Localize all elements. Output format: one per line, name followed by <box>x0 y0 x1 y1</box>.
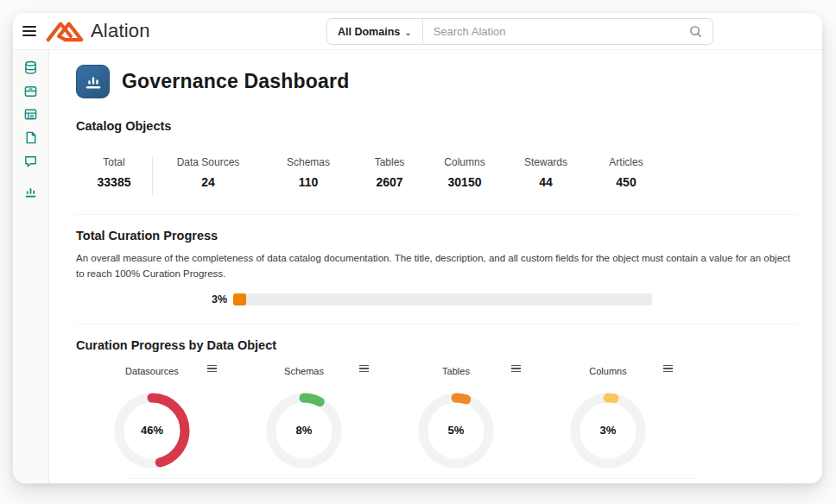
donut-percent: 46% <box>112 391 192 470</box>
curation-donut-charts: Datasources 46% Schemas <box>76 364 798 470</box>
donut-datasources: Datasources 46% <box>76 364 228 470</box>
donut-schemas: Schemas 8% <box>228 364 380 470</box>
donut-tables: Tables 5% <box>380 364 532 470</box>
progress-track <box>233 293 652 306</box>
donut-title: Schemas <box>284 366 324 376</box>
donut-title: Datasources <box>125 366 179 376</box>
donut-columns: Columns 3% <box>532 364 684 470</box>
donut-title: Tables <box>442 366 470 376</box>
domain-filter-dropdown[interactable]: All Domains ⌄ <box>327 19 423 44</box>
sidebar-item-data database-icon[interactable] <box>20 58 42 77</box>
alation-logo-icon <box>46 20 84 43</box>
brand-name: Alation <box>91 20 150 42</box>
progress-fill <box>233 293 246 306</box>
search-input[interactable] <box>423 25 679 38</box>
sidebar-item-tables table-grid-icon[interactable] <box>20 104 42 123</box>
dashboard-icon <box>76 65 110 98</box>
sidebar-item-documents document-icon[interactable] <box>20 128 42 147</box>
curation-by-object-title: Curation Progress by Data Object <box>76 338 798 352</box>
search-icon[interactable] <box>679 25 712 38</box>
section-divider <box>76 324 798 324</box>
chart-menu-icon[interactable] <box>511 365 521 373</box>
sidebar-item-sources data-source-icon[interactable] <box>20 81 42 100</box>
bottom-divider <box>128 478 698 479</box>
stat-stewards: Stewards 44 <box>504 156 588 189</box>
section-divider <box>76 214 798 215</box>
donut-percent: 3% <box>568 391 648 470</box>
stat-data-sources: Data Sources 24 <box>153 156 263 189</box>
curation-progress-description: An overall measure of the completeness o… <box>76 251 798 282</box>
total-curation-progress-title: Total Curation Progress <box>76 229 798 243</box>
progress-percent-label: 3% <box>212 293 227 306</box>
chart-menu-icon[interactable] <box>359 365 369 373</box>
stat-schemas: Schemas 110 <box>263 156 353 189</box>
top-bar: Alation All Domains ⌄ <box>13 13 822 50</box>
sidebar-item-dashboards bar-chart-icon[interactable] <box>20 182 42 201</box>
global-search: All Domains ⌄ <box>326 18 713 45</box>
stat-columns: Columns 30150 <box>426 156 504 189</box>
chart-menu-icon[interactable] <box>207 365 217 373</box>
sidebar-item-conversations chat-icon[interactable] <box>20 151 42 170</box>
page-header: Governance Dashboard <box>76 65 798 98</box>
main-content: Governance Dashboard Catalog Objects Tot… <box>49 50 822 482</box>
page-title: Governance Dashboard <box>122 70 349 93</box>
app-window: Alation All Domains ⌄ <box>13 13 822 483</box>
left-sidebar <box>13 50 49 482</box>
stat-tables: Tables 2607 <box>353 156 426 189</box>
chart-menu-icon[interactable] <box>663 365 673 373</box>
stat-total: Total 33385 <box>76 156 152 189</box>
donut-percent: 8% <box>264 391 344 470</box>
catalog-objects-title: Catalog Objects <box>76 119 798 133</box>
catalog-objects-stats: Total 33385 Data Sources 24 Schemas 110 … <box>76 156 798 196</box>
stat-articles: Articles 450 <box>588 156 664 189</box>
menu-icon[interactable] <box>13 26 46 36</box>
domain-filter-label: All Domains <box>338 26 400 38</box>
chevron-down-icon: ⌄ <box>404 28 411 37</box>
donut-percent: 5% <box>416 391 496 470</box>
total-curation-progress-bar: 3% <box>76 293 798 306</box>
donut-title: Columns <box>589 366 626 376</box>
brand-logo[interactable]: Alation <box>46 20 150 43</box>
